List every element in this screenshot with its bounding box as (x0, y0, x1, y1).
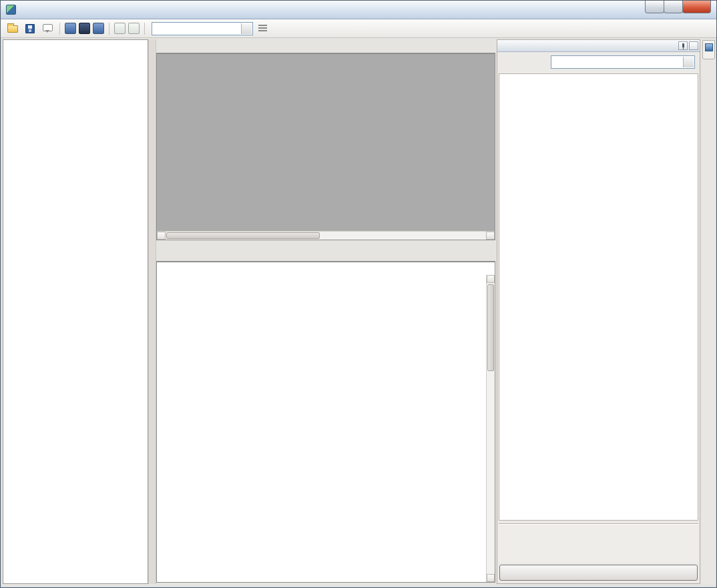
minimize-button[interactable] (645, 1, 664, 13)
wizard-entries-button[interactable] (93, 23, 104, 34)
chevron-down-icon[interactable] (683, 57, 694, 67)
vertical-scrollbar[interactable] (486, 275, 495, 582)
feedback-button[interactable] (40, 21, 55, 36)
chevron-down-icon[interactable] (241, 23, 252, 34)
new-analysis-button[interactable] (114, 23, 126, 34)
scrollbar-thumb[interactable] (166, 232, 320, 239)
results-tab-strip (156, 248, 495, 262)
panel-close-icon[interactable] (689, 41, 698, 50)
panel-icon (705, 43, 713, 51)
app-icon (6, 5, 16, 15)
strategy-analyzer-window (0, 0, 717, 588)
run-walk-forward-button[interactable] (499, 565, 698, 581)
properties-button[interactable] (256, 21, 270, 36)
pin-icon[interactable] (678, 41, 688, 50)
instrument-tree[interactable] (3, 39, 148, 584)
trades-table (156, 262, 495, 583)
strategy-selector-row (497, 53, 700, 71)
scroll-up-button[interactable] (487, 275, 495, 283)
vertical-splitter[interactable] (148, 39, 156, 584)
scroll-left-button[interactable] (157, 232, 166, 240)
scrollbar-thumb[interactable] (487, 284, 494, 371)
property-grid (499, 73, 698, 521)
scroll-right-button[interactable] (486, 232, 495, 240)
toolbar-separator (59, 23, 60, 35)
display-units-select[interactable] (152, 22, 253, 35)
basic-entries-button[interactable] (65, 23, 76, 34)
panel-header[interactable] (497, 40, 700, 52)
horizontal-scrollbar[interactable] (157, 231, 495, 240)
title-bar[interactable] (1, 1, 716, 19)
window-buttons (646, 1, 711, 13)
strategy-select[interactable] (551, 55, 695, 69)
open-folder-icon (7, 25, 18, 33)
analyzer-tab-strip (156, 39, 495, 53)
walk-forward-results-table (156, 53, 495, 240)
list-icon (258, 25, 267, 32)
save-button[interactable] (23, 21, 37, 36)
reload-data-button[interactable] (128, 23, 140, 34)
scroll-down-button[interactable] (487, 574, 495, 582)
property-help-box (499, 523, 698, 562)
auto-hide-strip (702, 39, 716, 584)
toolbar-separator (144, 23, 145, 35)
save-icon (25, 24, 35, 33)
walk-forward-panel-tab[interactable] (702, 40, 715, 59)
close-button[interactable] (682, 1, 711, 13)
analyzer-main (156, 39, 495, 584)
toolbar-separator (109, 23, 109, 35)
walk-forward-optimization-panel (497, 39, 700, 584)
speech-bubble-icon (43, 24, 53, 31)
ohlc-entries-button[interactable] (79, 23, 90, 34)
maximize-button[interactable] (664, 1, 683, 13)
open-workspace-button[interactable] (5, 21, 20, 36)
toolbar (1, 19, 716, 38)
